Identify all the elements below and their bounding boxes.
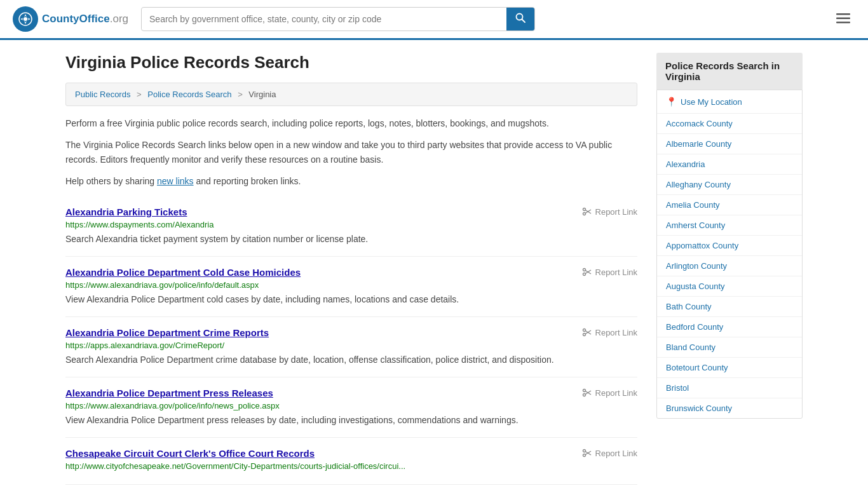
use-location-label: Use My Location [681,97,742,107]
svg-line-3 [522,20,526,23]
result-title-4[interactable]: Chesapeake Circuit Court Clerk's Office … [65,448,315,459]
svg-rect-6 [836,22,850,24]
scissors-icon [582,327,592,337]
sidebar-county-7[interactable]: Arlington County [657,256,802,276]
sidebar-county-0[interactable]: Accomack County [657,114,802,134]
sidebar: Police Records Search in Virginia 📍 Use … [656,53,803,485]
report-link-button-2[interactable]: Report Link [582,327,637,337]
logo-icon [13,6,38,32]
scissors-icon [582,207,592,217]
sidebar-county-9[interactable]: Bath County [657,297,802,317]
site-logo[interactable]: CountyOffice.org [13,6,128,32]
result-header-2: Alexandria Police Department Crime Repor… [65,327,637,338]
report-link-button-3[interactable]: Report Link [582,388,637,398]
result-item: Alexandria Police Department Cold Case H… [65,257,637,317]
sidebar-county-3[interactable]: Alleghany County [657,175,802,195]
sidebar-county-1[interactable]: Albemarle County [657,134,802,154]
result-desc-0: Search Alexandria ticket payment system … [65,233,637,246]
svg-point-8 [583,213,585,215]
result-url-3: https://www.alexandriava.gov/police/info… [65,401,637,410]
result-desc-2: Search Alexandria Police Department crim… [65,353,637,367]
site-header: CountyOffice.org [0,0,868,40]
result-header-3: Alexandria Police Department Press Relea… [65,388,637,398]
scissors-icon [582,388,592,398]
svg-rect-5 [836,17,850,19]
result-url-2: https://apps.alexandriava.gov/CrimeRepor… [65,341,637,350]
result-desc-3: View Alexandria Police Department press … [65,414,637,427]
result-title-2[interactable]: Alexandria Police Department Crime Repor… [65,327,269,338]
svg-rect-4 [836,13,850,15]
result-header-0: Alexandria Parking Tickets Report Link [65,207,637,217]
main-container: Virginia Police Records Search Public Re… [53,40,815,488]
result-title-0[interactable]: Alexandria Parking Tickets [65,207,187,217]
hamburger-menu-button[interactable] [831,10,855,29]
page-title: Virginia Police Records Search [65,53,637,72]
breadcrumb-public-records[interactable]: Public Records [75,90,130,99]
sidebar-county-14[interactable]: Brunswick County [657,398,802,418]
svg-point-16 [583,334,585,336]
sidebar-county-12[interactable]: Botetourt County [657,358,802,378]
search-button[interactable] [506,8,534,30]
search-input[interactable] [142,9,506,29]
sidebar-county-13[interactable]: Bristol [657,378,802,398]
result-item: Alexandria Police Department Crime Repor… [65,317,637,377]
svg-point-11 [583,269,585,271]
content-area: Virginia Police Records Search Public Re… [65,53,637,485]
breadcrumb-current: Virginia [248,90,276,99]
svg-point-12 [583,273,585,276]
report-link-button-1[interactable]: Report Link [582,267,637,277]
breadcrumb-sep-2: > [238,90,243,99]
svg-point-20 [583,394,585,396]
sidebar-counties-list: Accomack CountyAlbemarle CountyAlexandri… [657,114,802,418]
sidebar-county-4[interactable]: Amelia County [657,195,802,215]
result-header-4: Chesapeake Circuit Court Clerk's Office … [65,448,637,459]
svg-point-24 [583,454,585,457]
svg-point-15 [583,329,585,332]
scissors-icon [582,267,592,277]
hamburger-icon [836,13,850,24]
breadcrumb-sep-1: > [137,90,142,99]
result-title-1[interactable]: Alexandria Police Department Cold Case H… [65,267,301,278]
result-url-0: https://www.dspayments.com/Alexandria [65,220,637,229]
header-right [831,10,855,29]
sidebar-county-11[interactable]: Bland County [657,337,802,358]
sidebar-section: 📍 Use My Location Accomack CountyAlbemar… [656,90,803,419]
svg-point-19 [583,390,585,392]
logo-text: CountyOffice.org [42,13,128,25]
description-2: The Virginia Police Records Search links… [65,138,637,166]
use-my-location[interactable]: 📍 Use My Location [657,90,802,114]
report-link-button-4[interactable]: Report Link [582,448,637,458]
result-item: Alexandria Parking Tickets Report Link h… [65,196,637,257]
svg-point-7 [583,208,585,211]
sidebar-county-5[interactable]: Amherst County [657,215,802,236]
sidebar-county-6[interactable]: Appomattox County [657,236,802,256]
sidebar-county-8[interactable]: Augusta County [657,276,802,297]
report-link-button-0[interactable]: Report Link [582,207,637,217]
sidebar-county-10[interactable]: Bedford County [657,317,802,337]
location-pin-icon: 📍 [666,97,677,107]
description-1: Perform a free Virginia public police re… [65,116,637,130]
breadcrumb: Public Records > Police Records Search >… [65,83,637,106]
sidebar-county-2[interactable]: Alexandria [657,154,802,175]
result-item: Chesapeake Circuit Court Clerk's Office … [65,438,637,485]
result-url-4: http://www.cityofchesapeake.net/Governme… [65,461,637,471]
breadcrumb-police-records[interactable]: Police Records Search [147,90,231,99]
search-icon [515,13,526,23]
result-url-1: https://www.alexandriava.gov/police/info… [65,280,637,290]
description-3: Help others by sharing new links and rep… [65,174,637,188]
results-list: Alexandria Parking Tickets Report Link h… [65,196,637,485]
sidebar-title: Police Records Search in Virginia [656,53,803,90]
new-links-link[interactable]: new links [157,176,194,186]
svg-point-23 [583,450,585,452]
result-desc-1: View Alexandria Police Department cold c… [65,293,637,306]
svg-point-1 [24,17,27,21]
description-3-prefix: Help others by sharing [65,176,157,186]
description-3-suffix: and reporting broken links. [194,176,301,186]
result-title-3[interactable]: Alexandria Police Department Press Relea… [65,388,273,398]
search-bar [141,7,535,31]
scissors-icon [582,448,592,458]
result-header-1: Alexandria Police Department Cold Case H… [65,267,637,278]
result-item: Alexandria Police Department Press Relea… [65,377,637,438]
